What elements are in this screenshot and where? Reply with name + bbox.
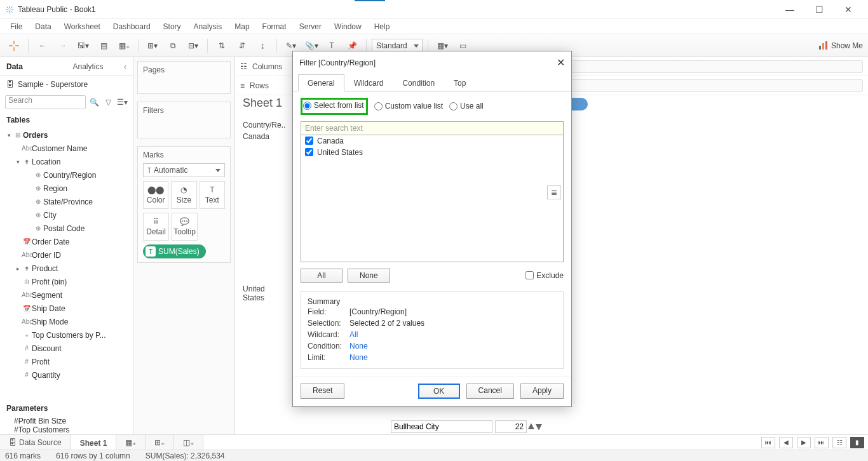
sort-clear-icon[interactable]: ↨ <box>254 37 271 54</box>
mark-detail[interactable]: ⠿Detail <box>143 213 169 241</box>
field-row[interactable]: #Discount <box>0 342 133 355</box>
field-row[interactable]: 📅Order Date <box>0 235 133 248</box>
tab-data[interactable]: Data <box>0 57 67 76</box>
all-button[interactable]: All <box>301 269 342 283</box>
row-canada[interactable]: Canada <box>243 132 269 141</box>
field-row[interactable]: #Profit <box>0 355 133 368</box>
tableau-icon[interactable] <box>5 37 23 54</box>
swap-icon[interactable]: ⊞▾ <box>144 37 161 54</box>
field-row[interactable]: #Quantity <box>0 368 133 382</box>
menu-map[interactable]: Map <box>228 20 255 33</box>
none-button[interactable]: None <box>348 269 390 283</box>
maximize-button[interactable]: ☐ <box>804 0 834 19</box>
sort-asc-icon[interactable]: ⇅ <box>213 37 231 54</box>
exclude-checkbox[interactable]: Exclude <box>526 271 564 280</box>
menu-analysis[interactable]: Analysis <box>187 20 229 33</box>
param-row[interactable]: #Top Customers <box>0 425 133 434</box>
datasource-row[interactable]: 🗄 Sample - Superstore <box>0 76 133 93</box>
dlg-tab-wildcard[interactable]: Wildcard <box>344 74 393 91</box>
field-row[interactable]: AbcSegment <box>0 288 133 302</box>
menu-file[interactable]: File <box>4 20 29 33</box>
minimize-button[interactable]: — <box>775 0 804 19</box>
checkbox-united-states[interactable] <box>305 148 313 156</box>
show-me-button[interactable]: Show Me <box>818 41 863 51</box>
field-row[interactable]: ⊕Postal Code <box>0 222 133 235</box>
show-tabs-icon[interactable]: ☷ <box>832 437 846 448</box>
list-item[interactable]: United States <box>301 147 563 158</box>
dlg-tab-top[interactable]: Top <box>444 74 475 91</box>
sort-desc-icon[interactable]: ⇵ <box>233 37 251 54</box>
next-icon[interactable]: ▶ <box>797 437 811 448</box>
mark-size[interactable]: ◔Size <box>171 181 196 209</box>
field-row[interactable]: ▾⧭Location <box>0 155 133 168</box>
field-row[interactable]: ∘Top Customers by P... <box>0 328 133 342</box>
close-button[interactable]: ✕ <box>834 0 863 19</box>
dlg-tab-condition[interactable]: Condition <box>393 74 444 91</box>
new-sheet-icon[interactable]: ▦₊ <box>115 37 133 54</box>
new-dashboard-button[interactable]: ⊞₊ <box>146 435 174 450</box>
radio-use-all[interactable]: Use all <box>449 102 484 110</box>
list-item[interactable]: Canada <box>301 135 563 147</box>
cancel-button[interactable]: Cancel <box>466 384 514 399</box>
save-icon[interactable]: 🖫▾ <box>74 37 92 54</box>
field-row[interactable]: AbcOrder ID <box>0 248 133 262</box>
cell-city-input[interactable] <box>391 420 492 433</box>
list-mode-icon[interactable]: ≣ <box>547 185 561 199</box>
apply-button[interactable]: Apply <box>520 384 564 399</box>
field-row[interactable]: ⊕Country/Region <box>0 168 133 182</box>
field-row[interactable]: AbcShip Mode <box>0 315 133 328</box>
mark-text[interactable]: TText <box>200 181 225 209</box>
last-icon[interactable]: ⏭ <box>815 437 829 448</box>
dialog-close-icon[interactable]: ✕ <box>557 57 565 69</box>
clear-icon[interactable]: ⊟▾ <box>184 37 202 54</box>
search-icon[interactable]: 🔍 <box>88 97 100 108</box>
new-datasource-icon[interactable]: ▤ <box>95 37 112 54</box>
field-row[interactable]: ⊕State/Province <box>0 195 133 208</box>
prev-icon[interactable]: ◀ <box>779 437 793 448</box>
sheet-title[interactable]: Sheet 1 <box>243 97 282 110</box>
param-row[interactable]: #Profit Bin Size <box>0 417 133 425</box>
field-row[interactable]: ▸⧭Product <box>0 262 133 275</box>
field-row[interactable]: AbcCustomer Name <box>0 142 133 155</box>
show-filmstrip-icon[interactable]: ▮ <box>850 437 864 448</box>
mark-type-select[interactable]: TAutomatic <box>143 163 225 177</box>
field-row[interactable]: ılıProfit (bin) <box>0 275 133 288</box>
cell-value-input[interactable] <box>495 420 527 433</box>
menu-help[interactable]: Help <box>368 20 397 33</box>
field-row[interactable]: ⊕City <box>0 208 133 222</box>
filter-search-input[interactable]: Enter search text <box>301 121 564 135</box>
field-row[interactable]: ▾⊞Orders <box>0 128 133 142</box>
menu-worksheet[interactable]: Worksheet <box>58 20 107 33</box>
search-input[interactable]: Search <box>5 95 86 109</box>
menu-server[interactable]: Server <box>293 20 328 33</box>
menu-window[interactable]: Window <box>328 20 368 33</box>
tab-analytics[interactable]: Analytics‹ <box>67 57 133 76</box>
field-row[interactable]: 📅Ship Date <box>0 302 133 315</box>
back-icon[interactable]: ← <box>34 37 51 54</box>
checkbox-canada[interactable] <box>305 137 313 145</box>
menu-format[interactable]: Format <box>256 20 293 33</box>
tab-sheet1[interactable]: Sheet 1 <box>71 435 117 450</box>
duplicate-icon[interactable]: ⧉ <box>164 37 182 54</box>
row-us-a[interactable]: United <box>243 284 265 293</box>
new-worksheet-button[interactable]: ▦₊ <box>116 435 146 450</box>
mark-color[interactable]: ⬤⬤Color <box>143 181 168 209</box>
field-row[interactable]: ⊕Region <box>0 182 133 195</box>
filter-icon[interactable]: ▽ <box>102 97 114 108</box>
stepper-icon[interactable]: ⯅⯆ <box>529 421 541 432</box>
radio-custom-value-list[interactable]: Custom value list <box>374 102 443 110</box>
radio-select-from-list[interactable]: Select from list <box>303 101 364 110</box>
menu-dashboard[interactable]: Dashboard <box>107 20 157 33</box>
mark-tooltip[interactable]: 💬Tooltip <box>172 213 198 241</box>
pill-sum-sales[interactable]: TSUM(Sales) <box>143 244 206 258</box>
new-story-button[interactable]: ◫₊ <box>174 435 203 450</box>
first-icon[interactable]: ⏮ <box>761 437 775 448</box>
dlg-tab-general[interactable]: General <box>298 74 344 91</box>
view-icon[interactable]: ☰▾ <box>116 97 128 108</box>
tab-datasource[interactable]: 🗄Data Source <box>0 435 71 450</box>
reset-button[interactable]: Reset <box>301 384 344 399</box>
menu-story[interactable]: Story <box>157 20 187 33</box>
menu-data[interactable]: Data <box>29 20 57 33</box>
ok-button[interactable]: OK <box>418 384 460 399</box>
forward-icon[interactable]: → <box>54 37 72 54</box>
